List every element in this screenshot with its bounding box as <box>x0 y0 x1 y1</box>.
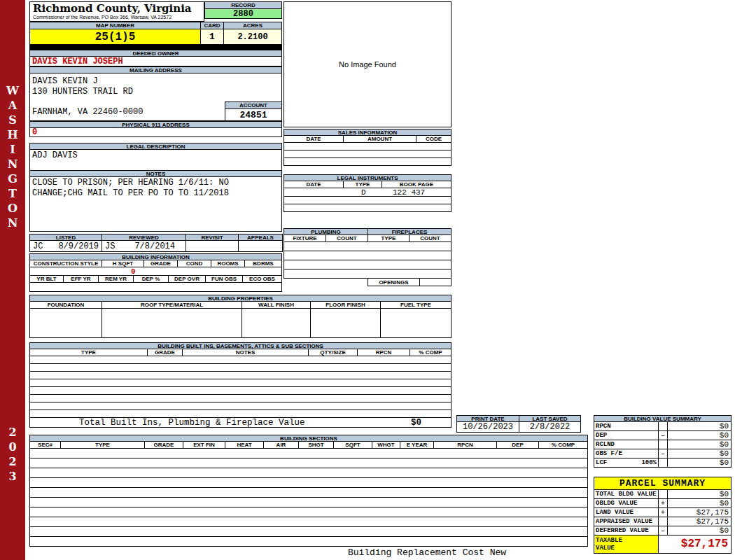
bvs-value: $0 <box>667 430 732 440</box>
listed-date: 8/9/2019 <box>58 241 99 251</box>
bvs-op: – <box>658 449 668 458</box>
floor-finish-cell <box>310 308 381 338</box>
mailing-line-3: FARNHAM, VA 22460-0000 <box>32 107 143 117</box>
sections-col-comp: % COMP <box>538 441 588 449</box>
empty-row <box>29 468 588 478</box>
plumbing-fireplaces: PLUMBING FIREPLACES FIXTURE COUNT TYPE C… <box>284 228 451 286</box>
record-value: 2880 <box>204 8 282 19</box>
legal-instrument-row: D 122 437 <box>284 188 451 197</box>
plumbing-col-fixture: FIXTURE <box>284 234 326 242</box>
property-image-box: No Image Found <box>284 1 451 127</box>
mailing-block: MAILING ADDRESS DAVIS KEVIN J 130 HUNTER… <box>29 66 282 121</box>
fireplaces-col-count: COUNT <box>409 234 451 242</box>
reviewed-date: 7/8/2014 <box>134 241 175 251</box>
builtins-col-grade: GRADE <box>147 349 183 356</box>
roof-type-cell <box>102 308 242 338</box>
h-sqft-value: 0 <box>131 267 136 276</box>
county-header: Richmond County, Virginia Commissioner o… <box>29 1 204 22</box>
bvs-label: LCF <box>596 458 607 467</box>
empty-row <box>284 158 451 166</box>
openings-label: OPENINGS <box>368 278 420 286</box>
col-eff-yr: EFF YR <box>63 275 99 283</box>
parcel-value: $27,175 <box>667 517 732 526</box>
parcel-value: $0 <box>667 498 732 508</box>
bvs-op <box>658 440 668 449</box>
bvs-label: DEP <box>596 431 607 440</box>
bvs-row-dep: DEP – $0 <box>594 430 732 440</box>
deeded-owner-block: DEEDED OWNER DAVIS KEVIN JOSEPH <box>29 50 282 66</box>
parcel-row-taxable: TAXABLE VALUE $27,175 <box>594 535 732 554</box>
parcel-op: – <box>658 526 668 536</box>
bvs-value: $0 <box>667 440 732 449</box>
col-eco-obs: ECO OBS <box>242 275 282 283</box>
builtins-col-qtysize: QTY/SIZE <box>308 349 358 356</box>
notes-line-1: CLOSE TO PRISON; PER HEARING 1/6/11: NO <box>32 178 279 188</box>
empty-row <box>284 241 451 251</box>
revisit-value <box>186 240 239 252</box>
notes-block: NOTES CLOSE TO PRISON; PER HEARING 1/6/1… <box>29 170 282 232</box>
parcel-op <box>658 517 668 526</box>
bvs-op: – <box>658 430 668 440</box>
bvs-row-obs: OBS F/E – $0 <box>594 449 732 458</box>
account-value: 24851 <box>225 108 282 121</box>
sales-col-date: DATE <box>284 135 344 143</box>
foundation-cell <box>29 308 102 338</box>
taxable-value: $27,175 <box>658 535 732 554</box>
sections-col-eyear: E YEAR <box>400 441 434 449</box>
builtins-col-type: TYPE <box>29 349 148 356</box>
parcel-value: $0 <box>667 526 732 536</box>
bvs-label: RPCN <box>596 422 611 430</box>
instrument-bookpage-value: 122 437 <box>393 188 425 197</box>
bvs-label: OBS F/E <box>596 449 622 458</box>
parcel-row-total-bldg: TOTAL BLDG VALUE $0 <box>594 489 732 499</box>
col-dep-pct: DEP % <box>133 275 169 283</box>
footer-note: Building Replacement Cost New <box>266 547 588 558</box>
card-value: 1 <box>200 29 224 45</box>
taxable-label-cell: TAXABLE VALUE <box>594 535 659 554</box>
empty-row <box>29 487 588 498</box>
empty-row <box>29 477 588 488</box>
bvs-row-rclnd: RCLND $0 <box>594 440 732 449</box>
builtins-col-notes: NOTES <box>182 349 309 356</box>
bvs-value: $0 <box>667 421 732 431</box>
bvs-op <box>658 458 668 468</box>
county-title: Richmond County, Virginia <box>33 2 204 15</box>
legal-description-block: LEGAL DESCRIPTION ADJ DAVIS <box>29 143 282 171</box>
account-block: ACCOUNT 24851 <box>225 102 282 121</box>
parcel-row-obldg: OBLDG VALUE + $0 <box>594 498 732 508</box>
instrument-type-value: D <box>361 188 366 197</box>
parcel-label: LAND VALUE <box>594 507 659 517</box>
building-info-values-row1: 0 <box>29 267 282 276</box>
col-yr-blt: YR BLT <box>29 275 64 283</box>
bvs-value: $0 <box>667 458 732 468</box>
parcel-row-deferred: DEFERRED VALUE – $0 <box>594 526 732 536</box>
taxable-label: TAXABLE VALUE <box>596 537 629 552</box>
fuel-type-cell <box>380 308 451 338</box>
built-ins-total-row: Total Built Ins, Plumbing & Fireplace Va… <box>29 417 451 428</box>
building-value-summary: BUILDING VALUE SUMMARY RPCN $0 DEP – $0 … <box>594 415 732 468</box>
sales-col-amount: AMOUNT <box>343 135 416 143</box>
deeded-owner-value: DAVIS KEVIN JOSEPH <box>29 56 282 66</box>
map-card-acres: MAP NUMBER CARD ACRES 25(1)5 1 2.2100 <box>29 22 282 45</box>
notes-line-2: CHANGE;CHG MAIL TO PER PO TO TO 11/2018 <box>32 188 279 199</box>
empty-row <box>29 526 588 537</box>
reviewed-by: JS <box>105 241 115 251</box>
review-block: LISTED REVIEWED REVISIT APPEALS JC 8/9/2… <box>29 234 283 252</box>
plumbing-col-count: COUNT <box>326 234 368 242</box>
mailing-line-2: 130 HUNTERS TRAIL RD <box>32 87 133 97</box>
building-properties: BUILDING PROPERTIES FOUNDATION ROOF TYPE… <box>29 295 451 338</box>
bvs-row-rpcn: RPCN $0 <box>594 421 732 431</box>
empty-row <box>29 497 588 507</box>
built-ins: BUILDING BUILT INS, BASEMENTS, ATTICS & … <box>29 342 451 428</box>
mailing-line-1: DAVIS KEVIN J <box>32 76 98 86</box>
built-ins-total-value: $0 <box>411 418 421 427</box>
building-info-values-row2 <box>29 282 282 292</box>
physical-address-block: PHYSICAL 911 ADDRESS 0 <box>29 121 282 137</box>
builtins-col-rpcn: RPCN <box>357 349 410 356</box>
appeals-value <box>238 240 283 252</box>
sections-col-heat: HEAT <box>225 441 264 449</box>
sections-col-shgt: SHGT <box>298 441 334 449</box>
last-saved-value: 2/8/2022 <box>519 421 581 433</box>
parcel-label: APPRAISED VALUE <box>594 517 659 526</box>
parcel-op: + <box>658 507 668 517</box>
